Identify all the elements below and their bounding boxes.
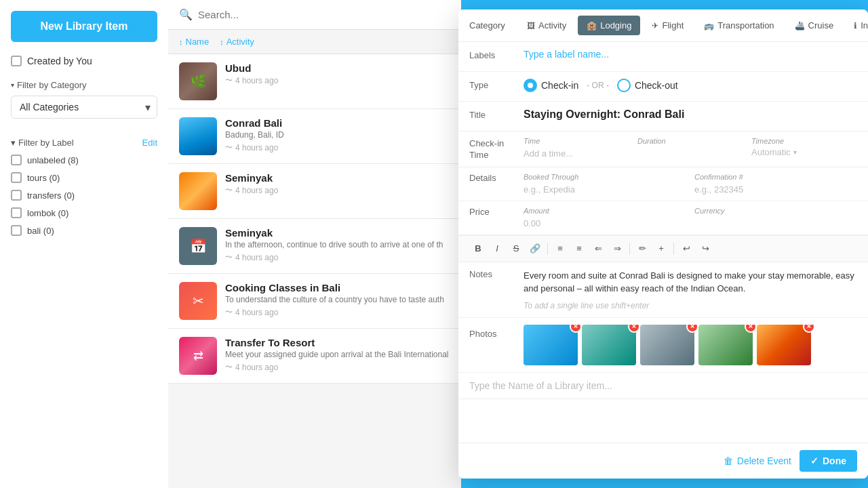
category-select[interactable]: All Categories: [11, 96, 157, 119]
sort-by-activity[interactable]: ↕ Activity: [220, 37, 254, 47]
list-item[interactable]: 📅 Seminyak In the afternoon, continue to…: [168, 219, 461, 274]
label-item-unlabeled: unlabeled (8): [11, 155, 157, 165]
library-row: [458, 373, 868, 399]
item-name-transfer: Transfer To Resort: [225, 337, 450, 348]
or-separator: - OR -: [587, 81, 609, 90]
category-row: Category 🖼 Activity 🏨 Lodging ✈ Flight 🚌…: [458, 9, 868, 42]
photos-field-label: Photos: [469, 325, 524, 339]
item-name-seminyak2: Seminyak: [225, 227, 450, 239]
item-info-cooking: Cooking Classes in Bali To understand th…: [225, 282, 450, 317]
item-info-transfer: Transfer To Resort Meet your assigned gu…: [225, 337, 450, 372]
toolbar-indent[interactable]: ⇒: [608, 240, 626, 258]
toolbar-undo[interactable]: ↩: [677, 240, 695, 258]
amount-input[interactable]: [524, 218, 686, 228]
photo-thumb-2: ×: [582, 325, 636, 365]
confirmation-input[interactable]: [694, 184, 857, 195]
created-by-checkbox[interactable]: [11, 56, 22, 66]
toolbar-redo[interactable]: ↪: [696, 240, 714, 258]
photo-thumb-5: ×: [757, 325, 811, 365]
notes-toolbar: B I S 🔗 ≡ ≡ ⇐ ⇒ ✏ + ↩ ↪: [458, 235, 868, 262]
photo-delete-3[interactable]: ×: [686, 325, 698, 333]
label-checkbox-tours[interactable]: [11, 172, 22, 183]
list-item[interactable]: Conrad Bali Badung, Bali, ID 〜 4 hours a…: [168, 109, 461, 164]
checkin-time-row: Check-in Time Time Duration Timezone Aut…: [458, 131, 868, 167]
photo-delete-2[interactable]: ×: [628, 325, 640, 333]
tab-flight[interactable]: ✈ Flight: [643, 16, 692, 35]
photo-image-4: [698, 325, 753, 365]
item-sub-transfer: Meet your assigned guide upon arrival at…: [225, 350, 450, 359]
photo-delete-4[interactable]: ×: [745, 325, 757, 333]
modal-footer: 🗑 Delete Event ✓ Done: [458, 443, 868, 479]
tab-info[interactable]: ℹ Info: [845, 16, 868, 35]
list-item[interactable]: ✂ Cooking Classes in Bali To understand …: [168, 274, 461, 329]
checkout-radio[interactable]: [617, 79, 631, 92]
item-info-ubud: Ubud 〜 4 hours ago: [225, 62, 450, 85]
photo-delete-1[interactable]: ×: [570, 325, 582, 333]
item-time-transfer: 〜 4 hours ago: [225, 362, 450, 372]
booked-through-input[interactable]: [524, 184, 686, 195]
photo-delete-5[interactable]: ×: [803, 325, 815, 333]
flight-icon: ✈: [652, 21, 658, 30]
label-checkbox-unlabeled[interactable]: [11, 155, 22, 165]
category-select-wrapper[interactable]: All Categories: [11, 96, 157, 119]
item-thumbnail-conrad: [179, 117, 217, 155]
tab-cruise[interactable]: 🚢 Cruise: [786, 16, 843, 35]
toolbar-add[interactable]: +: [652, 240, 670, 258]
toolbar-italic[interactable]: I: [488, 240, 506, 258]
toolbar-ol[interactable]: ≡: [570, 240, 588, 258]
delete-event-button[interactable]: 🗑 Delete Event: [724, 455, 791, 466]
label-checkbox-lombok[interactable]: [11, 207, 22, 218]
sort-by-name[interactable]: ↕ Name: [179, 37, 209, 47]
toolbar-outdent[interactable]: ⇐: [589, 240, 607, 258]
tab-cruise-label: Cruise: [808, 20, 834, 30]
tab-transportation-label: Transportation: [717, 20, 774, 30]
photo-image-2: [582, 325, 636, 365]
timezone-select[interactable]: Automatic ▾: [751, 147, 797, 157]
notes-content[interactable]: Every room and suite at Conrad Bali is d…: [524, 262, 857, 317]
type-field-content: Check-in - OR - Check-out: [524, 79, 857, 92]
toolbar-strikethrough[interactable]: S: [507, 240, 525, 258]
search-input[interactable]: [198, 9, 450, 20]
notes-field-label: Notes: [469, 262, 524, 317]
type-checkout[interactable]: Check-out: [617, 79, 678, 92]
filter-label-header: ▾ Filter by Label Edit: [11, 138, 157, 148]
type-checkin[interactable]: Check-in: [524, 79, 578, 92]
labels-row: Labels: [458, 42, 868, 72]
list-item[interactable]: Seminyak 〜 4 hours ago: [168, 164, 461, 219]
toolbar-bold[interactable]: B: [469, 240, 487, 258]
new-library-button[interactable]: New Library Item: [11, 11, 157, 42]
tab-lodging[interactable]: 🏨 Lodging: [578, 16, 640, 35]
title-value: Staying Overnight: Conrad Bali: [524, 108, 684, 121]
tab-activity[interactable]: 🖼 Activity: [518, 16, 575, 35]
checkout-label: Check-out: [635, 80, 678, 91]
toolbar-highlight[interactable]: ✏: [633, 240, 651, 258]
label-checkbox-transfers[interactable]: [11, 190, 22, 201]
labels-field-content: [524, 49, 857, 60]
tab-flight-label: Flight: [662, 20, 684, 30]
list-item[interactable]: 🌿 Ubud 〜 4 hours ago: [168, 54, 461, 109]
item-time-seminyak1: 〜 4 hours ago: [225, 185, 450, 195]
duration-field: Duration: [637, 137, 743, 159]
done-button[interactable]: ✓ Done: [800, 450, 857, 472]
item-thumbnail-seminyak1: [179, 172, 217, 210]
timezone-field-label: Timezone: [751, 137, 784, 145]
currency-label: Currency: [694, 207, 857, 215]
toolbar-link[interactable]: 🔗: [526, 240, 544, 258]
title-field-label: Title: [469, 108, 524, 120]
filter-label-section: ▾ Filter by Label Edit unlabeled (8) tou…: [11, 138, 157, 243]
label-item-tours: tours (0): [11, 172, 157, 183]
toolbar-ul[interactable]: ≡: [551, 240, 569, 258]
label-text-unlabeled: unlabeled (8): [27, 155, 79, 165]
photo-thumb-4: ×: [698, 325, 753, 365]
time-input[interactable]: [524, 148, 629, 159]
list-item[interactable]: ⇄ Transfer To Resort Meet your assigned …: [168, 329, 461, 384]
checkin-radio[interactable]: [524, 79, 537, 92]
label-checkbox-bali[interactable]: [11, 225, 22, 236]
item-name-conrad: Conrad Bali: [225, 117, 450, 129]
done-label: Done: [823, 455, 846, 466]
labels-input[interactable]: [524, 49, 857, 60]
filter-label-edit[interactable]: Edit: [142, 138, 157, 148]
transportation-icon: 🚌: [704, 21, 714, 30]
library-input[interactable]: [469, 380, 857, 391]
tab-transportation[interactable]: 🚌 Transportation: [695, 16, 783, 35]
